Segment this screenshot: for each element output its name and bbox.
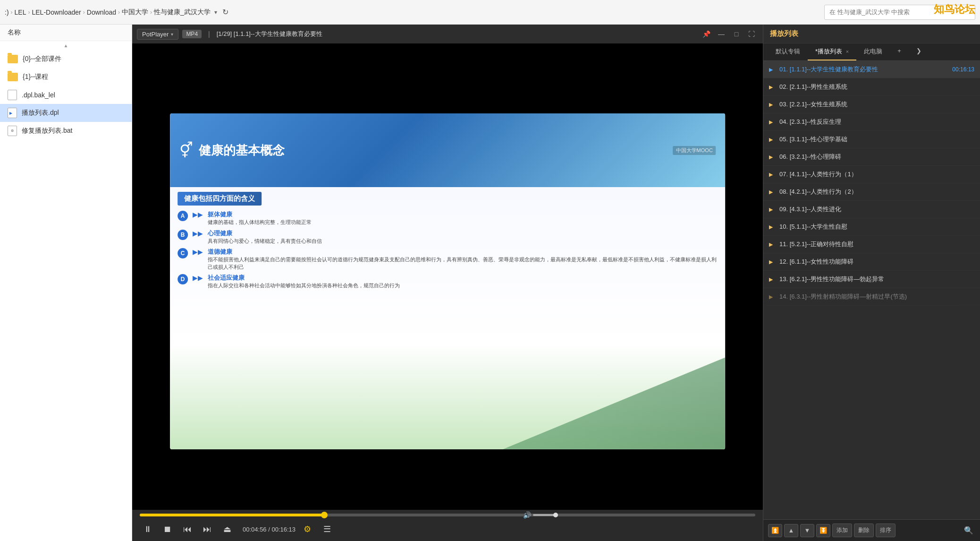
playlist-play-icon-08: ▶ (769, 189, 776, 195)
slide-header: ⚥ 健康的基本概念 中国大学MOOC (170, 113, 725, 187)
playlist-sort-button[interactable]: 排序 (876, 524, 896, 537)
breadcrumb-item-lel[interactable]: LEL (15, 9, 26, 16)
point-desc-c: 指不能损害他人利益来满足自己的需要能按照社会认可的道德行为规范健身束及支配自己的… (208, 256, 718, 271)
video-content: ⚥ 健康的基本概念 中国大学MOOC 健康包括四方面的含义 A ▶▶ 躯体健康 (132, 43, 763, 510)
player-controls: 🔊 ⏸ ⏹ ⏮ ⏭ ⏏ 00:04:56 / 00:16:13 ⚙ ☰ (132, 510, 763, 541)
playlist-item-10[interactable]: ▶ 10. [5.1.1]--大学生性自慰 (763, 218, 980, 236)
playlist-item-03[interactable]: ▶ 03. [2.2.1]--女性生殖系统 (763, 96, 980, 113)
playlist-item-title-02: 02. [2.1.1]--男性生殖系统 (779, 83, 971, 91)
playlist-item-05[interactable]: ▶ 05. [3.1.1]--性心理学基础 (763, 131, 980, 148)
eject-button[interactable]: ⏏ (219, 521, 235, 537)
top-bar: :) › LEL › LEL-Downloader › Download › 中… (0, 0, 980, 25)
playlist-item-title-03: 03. [2.2.1]--女性生殖系统 (779, 100, 971, 109)
refresh-button[interactable]: ↻ (219, 6, 232, 19)
point-title-d: 社会适应健康 (208, 274, 400, 282)
stop-button[interactable]: ⏹ (160, 521, 176, 537)
playlist-header-title: 播放列表 (770, 29, 798, 38)
playlist-item-02[interactable]: ▶ 02. [2.1.1]--男性生殖系统 (763, 78, 980, 96)
breadcrumb-item-download[interactable]: Download (87, 9, 116, 16)
playlist-play-icon-10: ▶ (769, 224, 776, 230)
slide-bg-people (503, 358, 725, 449)
breadcrumb-item-university[interactable]: 中国大学 (122, 8, 148, 17)
playlist-item-title-10: 10. [5.1.1]--大学生性自慰 (779, 223, 971, 231)
player-pin-button[interactable]: 📌 (700, 27, 713, 41)
playlist-search-button[interactable]: 🔍 (962, 524, 975, 537)
playlist-item-title-06: 06. [3.2.1]--性心理障碍 (779, 153, 971, 161)
playlist-item-title-09: 09. [4.3.1]--人类性进化 (779, 205, 971, 214)
playlist-panel: 播放列表 默认专辑 *播放列表 × 此电脑 + ❯ ▶ 01. [1.1.1]-… (763, 25, 980, 541)
file-item-course[interactable]: {1}--课程 (0, 68, 132, 86)
playlist-item-title-11: 11. [5.2.1]--正确对待性自慰 (779, 240, 971, 249)
breadcrumb-item-course[interactable]: 性与健康_武汉大学 (154, 8, 211, 17)
playlist-item-12[interactable]: ▶ 12. [6.1.1]--女性性功能障碍 (763, 253, 980, 271)
folder-icon-1 (8, 73, 18, 81)
playlist-add-button[interactable]: 添加 (832, 524, 852, 537)
logo-watermark: 知鸟论坛 (934, 2, 975, 17)
prev-button[interactable]: ⏮ (179, 521, 195, 537)
player-title: [1/29] [1.1.1]--大学生性健康教育必要性 (217, 30, 696, 38)
file-item-dpl-bak[interactable]: .dpl.bak_lel (0, 86, 132, 104)
file-item-label-2: .dpl.bak_lel (22, 91, 55, 99)
playlist-play-icon-07: ▶ (769, 172, 776, 178)
playlist-move-up-button[interactable]: ▲ (784, 524, 798, 537)
player-maximize-button[interactable]: □ (730, 27, 743, 41)
menu-button[interactable]: ☰ (319, 521, 335, 537)
file-item-label-4: 修复播放列表.bat (22, 127, 72, 135)
playlist-remove-button[interactable]: 删除 (854, 524, 874, 537)
file-sidebar: 名称 ▲ {0}--全部课件 {1}--课程 .dpl.bak_lel 播放列表… (0, 25, 132, 541)
main-content: 名称 ▲ {0}--全部课件 {1}--课程 .dpl.bak_lel 播放列表… (0, 25, 980, 541)
file-item-playlist-dpl[interactable]: 播放列表.dpl (0, 104, 132, 122)
playlist-item-14[interactable]: ▶ 14. [6.3.1]--男性射精功能障碍—射精过早(节选) (763, 288, 980, 306)
playlist-top-tabs: 默认专辑 *播放列表 × 此电脑 + ❯ (763, 43, 980, 61)
point-arrow-a: ▶▶ (193, 211, 203, 218)
breadcrumb-dropdown-btn[interactable]: ▾ (214, 9, 217, 16)
file-item-repair-bat[interactable]: ⚙ 修复播放列表.bat (0, 122, 132, 140)
point-title-a: 躯体健康 (208, 210, 312, 219)
breadcrumb-item-downloader[interactable]: LEL-Downloader (32, 9, 81, 16)
point-desc-d: 指在人际交往和各种社会活动中能够恰如其分地扮演各种社会角色，规范自己的行为 (208, 282, 400, 289)
playlist-item-13[interactable]: ▶ 13. [6.2.1]--男性性功能障碍—勃起异常 (763, 271, 980, 288)
playlist-items: ▶ 01. [1.1.1]--大学生性健康教育必要性 00:16:13 ▶ 02… (763, 61, 980, 519)
tab-this-pc[interactable]: 此电脑 (856, 43, 890, 60)
playlist-item-01[interactable]: ▶ 01. [1.1.1]--大学生性健康教育必要性 00:16:13 (763, 61, 980, 78)
tab-playlist[interactable]: *播放列表 × (808, 43, 856, 60)
playlist-item-09[interactable]: ▶ 09. [4.3.1]--人类性进化 (763, 201, 980, 218)
point-content-c: 道德健康 指不能损害他人利益来满足自己的需要能按照社会认可的道德行为规范健身束及… (208, 248, 718, 271)
settings-button[interactable]: ⚙ (299, 521, 315, 537)
playlist-play-icon-11: ▶ (769, 241, 776, 248)
progress-thumb[interactable] (321, 512, 328, 518)
tab-add[interactable]: + (890, 43, 909, 60)
breadcrumb-sep-1: › (28, 9, 30, 16)
playlist-play-icon-14: ▶ (769, 294, 776, 300)
volume-thumb[interactable] (553, 513, 558, 517)
controls-row: ⏸ ⏹ ⏮ ⏭ ⏏ 00:04:56 / 00:16:13 ⚙ ☰ (140, 521, 755, 537)
next-button[interactable]: ⏭ (199, 521, 215, 537)
playlist-item-08[interactable]: ▶ 08. [4.2.1]--人类性行为（2） (763, 183, 980, 201)
playlist-item-duration-01: 00:16:13 (952, 66, 974, 73)
playlist-move-down-button[interactable]: ▼ (800, 524, 814, 537)
volume-bar[interactable] (533, 514, 571, 516)
player-fullscreen-button[interactable]: ⛶ (745, 27, 758, 41)
playlist-item-07[interactable]: ▶ 07. [4.1.1]--人类性行为（1） (763, 166, 980, 183)
playlist-move-bottom-button[interactable]: ⏬ (816, 524, 830, 537)
playlist-item-06[interactable]: ▶ 06. [3.2.1]--性心理障碍 (763, 148, 980, 166)
breadcrumb-sep-4: › (150, 9, 152, 16)
player-brand[interactable]: PotPlayer ▾ (137, 29, 178, 40)
sidebar-scroll-up: ▲ (0, 41, 132, 50)
tab-more[interactable]: ❯ (909, 43, 929, 60)
slide-frame: ⚥ 健康的基本概念 中国大学MOOC 健康包括四方面的含义 A ▶▶ 躯体健康 (170, 113, 725, 449)
video-area[interactable]: ⚥ 健康的基本概念 中国大学MOOC 健康包括四方面的含义 A ▶▶ 躯体健康 (132, 43, 763, 510)
playlist-tab-close[interactable]: × (846, 49, 849, 54)
dpl-icon-3 (8, 108, 17, 118)
slide-point-a: A ▶▶ 躯体健康 健康的基础，指人体结构完整，生理功能正常 (177, 210, 718, 226)
file-item-label-1: {1}--课程 (23, 73, 48, 81)
playlist-item-11[interactable]: ▶ 11. [5.2.1]--正确对待性自慰 (763, 236, 980, 253)
tab-default-album[interactable]: 默认专辑 (768, 43, 808, 60)
progress-bar[interactable]: 🔊 (140, 514, 755, 516)
playlist-item-04[interactable]: ▶ 04. [2.3.1]--性反应生理 (763, 113, 980, 131)
play-pause-button[interactable]: ⏸ (140, 521, 156, 537)
player-minimize-button[interactable]: — (715, 27, 728, 41)
file-item-all-courseware[interactable]: {0}--全部课件 (0, 50, 132, 68)
playlist-move-top-button[interactable]: ⏫ (768, 524, 782, 537)
breadcrumb-item-root[interactable]: :) (5, 9, 9, 16)
